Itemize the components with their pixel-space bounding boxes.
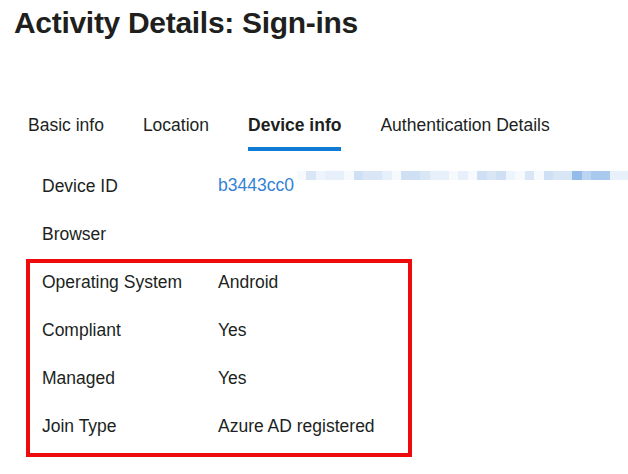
compliant-label: Compliant [42, 320, 218, 341]
device-id-link[interactable]: b3443cc0 [218, 175, 294, 195]
activity-details-panel: Activity Details: Sign-ins Basic info Lo… [0, 0, 628, 474]
row-browser: Browser [42, 210, 614, 258]
page-title: Activity Details: Sign-ins [14, 6, 358, 40]
browser-label: Browser [42, 224, 218, 245]
tab-location[interactable]: Location [143, 112, 209, 151]
tab-bar: Basic info Location Device info Authenti… [28, 112, 550, 151]
device-id-label: Device ID [42, 176, 218, 197]
row-managed: Managed Yes [42, 354, 614, 402]
device-id-value: b3443cc0 [218, 174, 614, 199]
managed-label: Managed [42, 368, 218, 389]
row-device-id: Device ID b3443cc0 [42, 162, 614, 210]
tab-basic-info[interactable]: Basic info [28, 112, 104, 151]
operating-system-label: Operating System [42, 272, 218, 293]
join-type-value: Azure AD registered [218, 416, 614, 437]
device-id-redaction-mosaic [297, 171, 573, 199]
tab-device-info[interactable]: Device info [248, 112, 341, 151]
device-info-list: Device ID b3443cc0 Browser Operating Sys… [42, 162, 614, 450]
row-compliant: Compliant Yes [42, 306, 614, 354]
row-operating-system: Operating System Android [42, 258, 614, 306]
join-type-label: Join Type [42, 416, 218, 437]
operating-system-value: Android [218, 272, 614, 293]
row-join-type: Join Type Azure AD registered [42, 402, 614, 450]
managed-value: Yes [218, 368, 614, 389]
tab-authentication-details[interactable]: Authentication Details [380, 112, 549, 151]
compliant-value: Yes [218, 320, 614, 341]
